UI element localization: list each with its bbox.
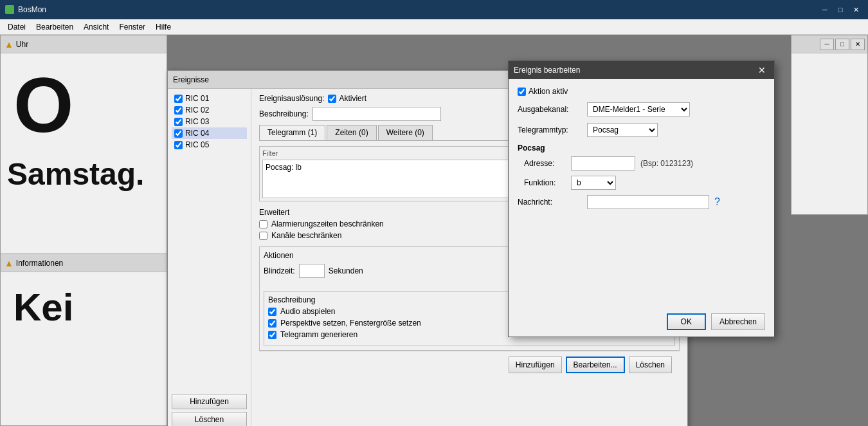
pocsag-section: Pocsag Adresse: 1752177 (Bsp: 0123123) F…	[518, 144, 765, 190]
tab-telegramm[interactable]: Telegramm (1)	[259, 125, 325, 140]
event-checkbox-ric02[interactable]	[174, 106, 183, 115]
event-checkbox-ric03[interactable]	[174, 118, 183, 126]
ausgabekanal-select[interactable]: DME-Melder1 - Serie	[587, 102, 690, 116]
tab-weitere[interactable]: Weitere (0)	[378, 125, 433, 140]
audio-abspielen-checkbox[interactable]	[268, 308, 276, 316]
clock-title: Uhr	[16, 40, 28, 49]
ereignis-modal: Ereignis bearbeiten ✕ Aktion aktiv Ausga…	[508, 60, 775, 337]
event-item-ric03[interactable]: RIC 03	[172, 116, 247, 127]
adresse-hint: (Bsp: 0123123)	[640, 159, 693, 168]
main-area: ▲ Uhr O Samstag. ▲ Informationen Kei ─ □…	[0, 35, 868, 426]
kanaele-checkbox[interactable]	[259, 232, 267, 240]
modal-titlebar: Ereignis bearbeiten ✕	[509, 61, 774, 79]
ausgabekanal-row: Ausgabekanal: DME-Melder1 - Serie	[518, 102, 765, 116]
menu-fenster[interactable]: Fenster	[114, 21, 150, 33]
aktionen-hinzufuegen-button[interactable]: Hinzufügen	[509, 357, 562, 373]
funktion-label: Funktion:	[524, 178, 566, 187]
aktion-aktiv-group: Aktion aktiv	[518, 87, 568, 96]
event-checkbox-ric04[interactable]	[174, 129, 183, 138]
menu-bearbeiten[interactable]: Bearbeiten	[31, 21, 78, 33]
event-checkbox-ric05[interactable]	[174, 141, 183, 149]
modal-footer: OK Abbrechen	[658, 307, 774, 337]
menu-bar: Datei Bearbeiten Ansicht Fenster Hilfe	[0, 19, 868, 35]
close-button[interactable]: ✕	[849, 3, 863, 16]
event-item-ric04[interactable]: RIC 04	[172, 127, 247, 139]
app-title: BosMon	[18, 5, 46, 14]
telegrammtyp-select[interactable]: Pocsag	[587, 123, 658, 137]
aktionen-bearbeiten-button[interactable]: Bearbeiten...	[566, 357, 625, 373]
beschreibung-label: Beschreibung:	[259, 109, 309, 118]
aktiviert-checkbox[interactable]	[328, 95, 336, 103]
samstag-text: Samstag.	[1, 156, 167, 192]
event-label-ric03: RIC 03	[185, 117, 209, 126]
event-label-ric02: RIC 02	[185, 106, 209, 115]
filter-text: Pocsag: lb	[266, 163, 302, 172]
right-win-btn2[interactable]: □	[835, 39, 849, 50]
hinzufuegen-button[interactable]: Hinzufügen	[172, 394, 247, 409]
perspektive-label: Perspektive setzen, Fenstergröße setzen	[280, 319, 421, 328]
abbrechen-button[interactable]: Abbrechen	[711, 313, 765, 330]
minimize-button[interactable]: ─	[818, 3, 832, 16]
telegramm-generieren-checkbox[interactable]	[268, 331, 276, 339]
event-item-ric02[interactable]: RIC 02	[172, 104, 247, 116]
funktion-select[interactable]: a b c d	[571, 176, 616, 190]
adresse-input[interactable]: 1752177	[571, 156, 635, 171]
event-item-ric05[interactable]: RIC 05	[172, 139, 247, 151]
nachricht-input[interactable]	[587, 195, 709, 209]
menu-ansicht[interactable]: Ansicht	[78, 21, 114, 33]
right-win-btn3[interactable]: ✕	[851, 39, 865, 50]
loeschen-button[interactable]: Löschen	[172, 412, 247, 426]
event-label-ric05: RIC 05	[185, 140, 209, 149]
nachricht-row: Nachricht: ?	[518, 195, 765, 209]
telegrammtyp-label: Telegrammtyp:	[518, 125, 582, 134]
ok-button[interactable]: OK	[667, 313, 706, 330]
aktion-aktiv-checkbox[interactable]	[518, 88, 526, 96]
app-icon	[5, 5, 14, 14]
aktionen-loeschen-button[interactable]: Löschen	[629, 357, 672, 373]
clock-display: O	[1, 53, 167, 156]
help-icon[interactable]: ?	[714, 196, 720, 208]
title-bar: BosMon ─ □ ✕	[0, 0, 868, 19]
beschreibung-input[interactable]: RIC 04	[312, 107, 441, 121]
title-bar-left: BosMon	[5, 5, 46, 14]
funktion-row: Funktion: a b c d	[524, 176, 765, 190]
nachricht-label: Nachricht:	[518, 198, 582, 207]
telegramm-generieren-label: Telegramm generieren	[280, 330, 357, 339]
maximize-button[interactable]: □	[833, 3, 847, 16]
event-checkbox-ric01[interactable]	[174, 95, 183, 103]
kanaele-label: Kanäle beschränken	[271, 231, 341, 240]
blindzeit-row: Blindzeit: 0 Sekunden	[264, 264, 363, 278]
event-buttons: Hinzufügen Löschen Mehr... ▼	[172, 389, 247, 426]
aktion-aktiv-label: Aktion aktiv	[529, 87, 568, 96]
audio-abspielen-label: Audio abspielen	[280, 307, 335, 316]
menu-hilfe[interactable]: Hilfe	[150, 21, 176, 33]
modal-title: Ereignis bearbeiten	[514, 66, 580, 75]
tab-zeiten[interactable]: Zeiten (0)	[327, 125, 376, 140]
telegrammtyp-row: Telegrammtyp: Pocsag	[518, 123, 765, 137]
info-icon: ▲	[5, 258, 14, 268]
svg-point-0	[7, 7, 12, 12]
info-text: Kei	[14, 286, 73, 329]
aktiviert-checkbox-group: Aktiviert	[328, 94, 366, 103]
modal-close-button[interactable]: ✕	[755, 64, 769, 77]
sekunden-label: Sekunden	[329, 266, 363, 275]
blindzeit-label: Blindzeit:	[264, 266, 295, 275]
ereignisse-title: Ereignisse	[173, 75, 209, 84]
aktion-aktiv-row: Aktion aktiv	[518, 87, 765, 96]
aktiviert-label: Aktiviert	[339, 94, 366, 103]
right-window: ─ □ ✕	[791, 35, 868, 215]
clock-icon: ▲	[5, 39, 14, 50]
blindzeit-input[interactable]: 0	[299, 264, 325, 278]
event-list-panel: RIC 01 RIC 02 RIC 03 RIC 04	[168, 89, 251, 426]
adresse-label: Adresse:	[524, 159, 566, 168]
info-title: Informationen	[16, 259, 63, 268]
alarmierungszeiten-checkbox[interactable]	[259, 220, 267, 228]
perspektive-checkbox[interactable]	[268, 319, 276, 328]
info-window: ▲ Informationen Kei	[0, 254, 167, 426]
ausgabekanal-label: Ausgabekanal:	[518, 105, 582, 114]
info-titlebar: ▲ Informationen	[1, 254, 167, 272]
event-list: RIC 01 RIC 02 RIC 03 RIC 04	[172, 93, 247, 389]
menu-datei[interactable]: Datei	[3, 21, 31, 33]
right-win-btn1[interactable]: ─	[820, 39, 834, 50]
event-item-ric01[interactable]: RIC 01	[172, 93, 247, 104]
